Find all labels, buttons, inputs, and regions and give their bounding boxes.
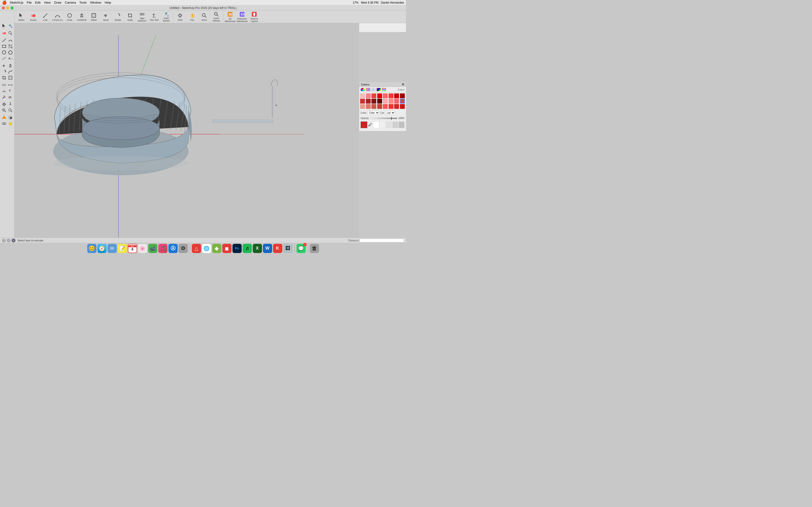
tool-extension-warehouse[interactable]: EX Extension Warehouse bbox=[236, 11, 248, 22]
left-polygon-icon[interactable] bbox=[7, 50, 13, 55]
tool-pan[interactable]: ✋ Pan bbox=[186, 11, 198, 22]
tool-eraser[interactable]: Eraser bbox=[28, 11, 39, 22]
menu-file[interactable]: File bbox=[27, 1, 32, 4]
swatch-20[interactable] bbox=[377, 104, 382, 109]
left-magnify-icon[interactable] bbox=[7, 30, 13, 36]
swatch-17[interactable] bbox=[360, 104, 365, 109]
dock-photoshop[interactable]: Ps bbox=[233, 244, 242, 253]
left-select-icon[interactable] bbox=[1, 23, 7, 29]
left-pushpull-icon[interactable] bbox=[7, 63, 13, 68]
left-axes-icon[interactable] bbox=[1, 94, 7, 100]
dock-finder[interactable]: 😊 bbox=[87, 244, 96, 253]
left-dimension-icon[interactable] bbox=[7, 82, 13, 88]
swatch-5[interactable] bbox=[383, 94, 388, 98]
left-3d-text-icon[interactable]: A3D bbox=[7, 56, 13, 61]
white-swatch-3[interactable] bbox=[386, 121, 392, 128]
left-followme-icon[interactable] bbox=[7, 69, 13, 74]
tool-paint-bucket[interactable]: Paint Bucket bbox=[160, 11, 172, 22]
swatch-1[interactable] bbox=[360, 94, 365, 98]
tool-line[interactable]: Line bbox=[40, 11, 51, 22]
tool-2point-arc[interactable]: 2 Point Arc bbox=[52, 11, 63, 22]
dock-excel[interactable]: X bbox=[253, 244, 262, 253]
dock-whatsapp[interactable]: 💬 3 bbox=[297, 244, 306, 253]
tool-scale[interactable]: Scale bbox=[124, 11, 136, 22]
swatch-8[interactable] bbox=[400, 94, 405, 98]
left-zoom-window-icon[interactable] bbox=[7, 107, 13, 113]
white-swatch-2[interactable] bbox=[379, 121, 386, 128]
dock-keynote[interactable]: K bbox=[273, 244, 282, 253]
dock-calendar[interactable]: OCT 4 bbox=[128, 244, 137, 253]
left-tape-icon[interactable] bbox=[1, 82, 7, 88]
left-walk-icon[interactable] bbox=[7, 101, 13, 107]
color-pencils-tab[interactable]: 🖊 bbox=[371, 88, 375, 91]
distance-input[interactable] bbox=[360, 238, 404, 242]
swatch-14[interactable] bbox=[389, 99, 394, 104]
colors-collapse[interactable]: ⊟ bbox=[402, 83, 404, 86]
opacity-slider[interactable] bbox=[370, 118, 398, 119]
color-picker-icon[interactable]: 🖊 bbox=[368, 123, 372, 127]
status-icon-3[interactable]: ⊙ bbox=[12, 238, 15, 242]
left-texture-icon[interactable] bbox=[7, 44, 13, 49]
dock-photos[interactable]: 🌸 bbox=[138, 244, 147, 253]
window-minimize[interactable] bbox=[6, 6, 9, 9]
window-maximize[interactable] bbox=[11, 6, 13, 9]
status-icon-2[interactable]: i bbox=[7, 238, 11, 242]
menu-draw[interactable]: Draw bbox=[54, 1, 61, 4]
color-wheel-tab[interactable] bbox=[361, 88, 365, 91]
dock-mail[interactable]: ✉ bbox=[108, 244, 117, 253]
left-eraser-icon[interactable] bbox=[1, 30, 7, 36]
tool-rotate[interactable]: Rotate bbox=[112, 11, 124, 22]
dock-facetime[interactable]: 📹 bbox=[148, 244, 157, 253]
menu-sketchup[interactable]: SketchUp bbox=[10, 1, 23, 4]
swatch-18[interactable] bbox=[366, 104, 371, 109]
left-rotate-icon[interactable] bbox=[1, 69, 7, 74]
swatch-3[interactable] bbox=[371, 94, 376, 98]
left-orbit-icon[interactable] bbox=[1, 101, 7, 107]
dock-notes[interactable]: 📝 bbox=[118, 244, 127, 253]
dock-music[interactable]: 🎵 bbox=[158, 244, 167, 253]
left-section-icon[interactable] bbox=[1, 115, 7, 120]
left-paint-icon[interactable] bbox=[7, 23, 13, 29]
left-text-icon[interactable]: T bbox=[7, 88, 13, 94]
tool-push-pull[interactable]: Push/Pull bbox=[76, 11, 88, 22]
main-canvas[interactable] bbox=[14, 23, 359, 243]
left-view-icon[interactable] bbox=[1, 121, 7, 126]
swatch-6[interactable] bbox=[389, 94, 394, 98]
dock-vectorworks[interactable]: ◼ bbox=[222, 244, 232, 253]
tool-offset[interactable]: Offset bbox=[88, 11, 100, 22]
swatch-21[interactable] bbox=[383, 104, 388, 109]
active-color-swatch[interactable] bbox=[361, 121, 367, 128]
swatch-16[interactable] bbox=[400, 99, 405, 104]
tool-tape-measure[interactable]: Tape Measure bbox=[136, 11, 148, 22]
left-scale-icon[interactable] bbox=[1, 75, 7, 80]
menu-edit[interactable]: Edit bbox=[35, 1, 40, 4]
tool-circle[interactable]: Circle bbox=[64, 11, 75, 22]
menu-camera[interactable]: Camera bbox=[65, 1, 76, 4]
left-rect-icon[interactable] bbox=[1, 44, 7, 49]
dock-appstore[interactable]: Ⓐ bbox=[168, 244, 177, 253]
left-measure-icon[interactable]: ⚫ bbox=[7, 115, 13, 120]
swatch-12[interactable] bbox=[377, 99, 382, 104]
swatch-11[interactable] bbox=[371, 99, 376, 104]
dock-iphoto[interactable]: 🖼 bbox=[283, 244, 292, 253]
menu-tools[interactable]: Tools bbox=[79, 1, 87, 4]
swatch-19[interactable] bbox=[371, 104, 376, 109]
color-sliders-tab[interactable] bbox=[366, 88, 370, 91]
left-protractor-icon[interactable] bbox=[1, 88, 7, 94]
swatch-7[interactable] bbox=[394, 94, 399, 98]
dock-trash[interactable]: 🗑 bbox=[310, 244, 319, 253]
swatch-2[interactable] bbox=[366, 94, 371, 98]
dock-chrome[interactable]: 🌐 bbox=[202, 244, 211, 253]
left-3dtext2-icon[interactable]: 3D bbox=[7, 94, 13, 100]
left-offset-icon[interactable] bbox=[7, 75, 13, 80]
white-swatch-4[interactable] bbox=[392, 121, 398, 128]
left-zoom-icon[interactable] bbox=[1, 107, 7, 113]
menu-help[interactable]: Help bbox=[105, 1, 111, 4]
left-move-icon[interactable]: ✥ bbox=[1, 63, 7, 68]
tool-select[interactable]: Select bbox=[15, 11, 27, 22]
left-arc-icon[interactable] bbox=[7, 38, 13, 43]
color-image-tab[interactable] bbox=[382, 88, 386, 91]
swatch-9[interactable] bbox=[360, 99, 365, 104]
swatch-22[interactable] bbox=[389, 104, 394, 109]
list-select-dropdown[interactable]: List bbox=[385, 111, 395, 115]
